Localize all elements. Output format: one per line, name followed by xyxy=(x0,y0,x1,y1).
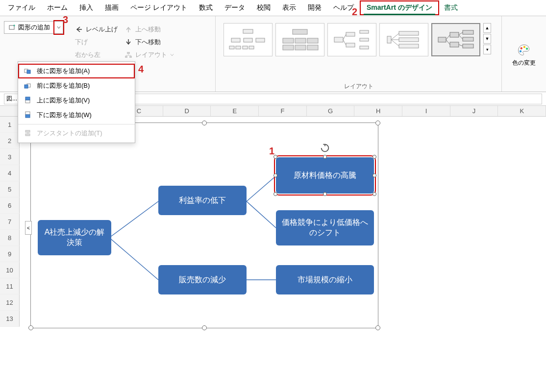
layout-group-label: レイアウト xyxy=(220,81,497,91)
row-header[interactable]: 13 xyxy=(0,311,20,327)
menu-view[interactable]: 表示 xyxy=(276,1,302,14)
formula-input[interactable] xyxy=(71,94,542,104)
menu-item-add-after[interactable]: 後に図形を追加(A) 4 xyxy=(18,64,135,78)
layout-gallery-scroll[interactable]: ▲ ▼ ▾ xyxy=(483,23,491,54)
menu-file[interactable]: ファイル xyxy=(2,1,41,14)
menu-insert[interactable]: 挿入 xyxy=(74,1,99,14)
shape-handle[interactable] xyxy=(372,192,376,196)
row-header[interactable]: 1 xyxy=(0,117,20,133)
col-header[interactable]: H xyxy=(354,106,402,116)
svg-line-60 xyxy=(446,35,450,40)
smartart-node-1[interactable]: 利益率の低下 xyxy=(158,186,247,215)
layout-option-2[interactable] xyxy=(275,23,324,56)
rotate-handle[interactable] xyxy=(320,143,330,155)
col-header[interactable]: I xyxy=(402,106,450,116)
smartart-node-1b[interactable]: 価格競争により低価格へのシフト xyxy=(276,210,374,245)
svg-rect-49 xyxy=(399,38,419,42)
menu-home[interactable]: ホーム xyxy=(41,1,74,14)
row-header[interactable]: 9 xyxy=(0,246,20,262)
row-headers: 1 2 3 4 5 6 7 8 9 10 11 12 13 xyxy=(0,117,20,327)
menu-dev[interactable]: 開発 xyxy=(302,1,327,14)
col-header[interactable]: D xyxy=(163,106,211,116)
row-header[interactable]: 10 xyxy=(0,262,20,278)
add-assistant-icon xyxy=(24,129,32,137)
row-header[interactable]: 12 xyxy=(0,294,20,311)
menu-draw[interactable]: 描画 xyxy=(99,1,124,14)
col-header[interactable]: E xyxy=(211,106,259,116)
scroll-down-button[interactable]: ▼ xyxy=(483,34,491,44)
svg-rect-42 xyxy=(360,30,369,33)
smartart-frame[interactable]: < A社売上減少の解決策 利益率の低下 販売数の減少 1 原材料価格の高騰 xyxy=(30,122,378,328)
row-header[interactable]: 2 xyxy=(0,133,20,149)
promote-label: レベル上げ xyxy=(86,25,118,34)
color-change-button[interactable]: 色の変更 xyxy=(506,19,542,91)
menu-item-add-below[interactable]: 下に図形を追加(W) xyxy=(18,108,135,122)
scroll-up-button[interactable]: ▲ xyxy=(483,23,491,33)
menu-pagelayout[interactable]: ページ レイアウト xyxy=(124,1,193,14)
worksheet-area: A B C D E F G H I J K 1 2 3 4 5 6 7 8 9 … xyxy=(0,106,546,392)
row-header[interactable]: 3 xyxy=(0,149,20,165)
menu-item-add-before[interactable]: 前に図形を追加(B) xyxy=(18,78,135,93)
rtl-button: 右から左 xyxy=(75,50,118,59)
menu-review[interactable]: 校閲 xyxy=(251,1,276,14)
svg-rect-35 xyxy=(307,38,318,43)
svg-line-62 xyxy=(459,32,463,35)
layout-option-5[interactable] xyxy=(431,23,480,56)
svg-line-61 xyxy=(446,40,450,45)
layout-thumb-icon xyxy=(332,27,372,52)
col-header[interactable]: J xyxy=(450,106,498,116)
svg-rect-27 xyxy=(256,38,265,42)
menu-item-add-assistant: アシスタントの追加(T) xyxy=(18,126,135,141)
shape-handle[interactable] xyxy=(323,192,327,196)
row-header[interactable]: 7 xyxy=(0,214,20,230)
row-header[interactable]: 4 xyxy=(0,165,20,181)
annotation-1: 1 xyxy=(269,146,274,157)
svg-rect-19 xyxy=(129,56,132,58)
menu-item-add-after-label: 後に図形を追加(A) xyxy=(37,67,90,75)
shape-handle[interactable] xyxy=(273,192,277,196)
row-header[interactable]: 6 xyxy=(0,197,20,214)
svg-rect-56 xyxy=(450,42,459,47)
scroll-more-button[interactable]: ▾ xyxy=(483,45,491,54)
layout-option-3[interactable] xyxy=(327,23,376,56)
add-shape-button[interactable]: 図形の追加 xyxy=(4,21,54,34)
smartart-node-2a[interactable]: 市場規模の縮小 xyxy=(276,265,374,294)
row-header[interactable]: 11 xyxy=(0,278,20,294)
row-header[interactable]: 5 xyxy=(0,181,20,197)
menu-item-add-above[interactable]: 上に図形を追加(V) xyxy=(18,93,135,108)
svg-rect-34 xyxy=(295,38,306,43)
svg-line-63 xyxy=(459,35,463,39)
col-header[interactable]: F xyxy=(259,106,307,116)
demote-button: 下げ xyxy=(75,38,118,47)
layout-thumb-icon xyxy=(228,27,268,52)
shape-handle[interactable] xyxy=(323,155,327,159)
arrow-down-icon xyxy=(124,38,132,46)
add-shape-dropdown-button[interactable] xyxy=(54,21,63,34)
svg-rect-39 xyxy=(334,37,343,42)
row-header[interactable]: 8 xyxy=(0,230,20,246)
svg-rect-30 xyxy=(243,46,248,49)
smartart-node-root[interactable]: A社売上減少の解決策 xyxy=(38,220,111,255)
layout-option-1[interactable] xyxy=(223,23,273,56)
annotation-2: 2 xyxy=(352,6,357,18)
menu-bar: ファイル ホーム 挿入 描画 ページ レイアウト 数式 データ 校閲 表示 開発… xyxy=(0,0,546,16)
layout-option-4[interactable] xyxy=(379,23,428,56)
color-change-label: 色の変更 xyxy=(512,59,536,67)
promote-button[interactable]: レベル上げ xyxy=(75,25,118,34)
tab-smartart-design[interactable]: SmartArt のデザイン xyxy=(360,0,439,15)
smartart-node-2[interactable]: 販売数の減少 xyxy=(158,265,247,294)
menu-formulas[interactable]: 数式 xyxy=(193,1,219,14)
tab-format[interactable]: 書式 xyxy=(439,1,463,14)
col-header[interactable]: K xyxy=(498,106,546,116)
demote-label: 下げ xyxy=(75,38,88,47)
smartart-node-1a[interactable]: 原材料価格の高騰 xyxy=(276,157,374,194)
col-header[interactable]: G xyxy=(307,106,355,116)
shape-handle[interactable] xyxy=(372,155,376,159)
move-down-button[interactable]: 下へ移動 xyxy=(124,38,174,47)
svg-rect-38 xyxy=(307,45,318,50)
svg-rect-9 xyxy=(25,112,30,115)
menu-data[interactable]: データ xyxy=(219,1,251,14)
move-up-label: 上へ移動 xyxy=(135,25,161,34)
shape-handle[interactable] xyxy=(273,173,277,177)
shape-handle[interactable] xyxy=(372,173,376,177)
